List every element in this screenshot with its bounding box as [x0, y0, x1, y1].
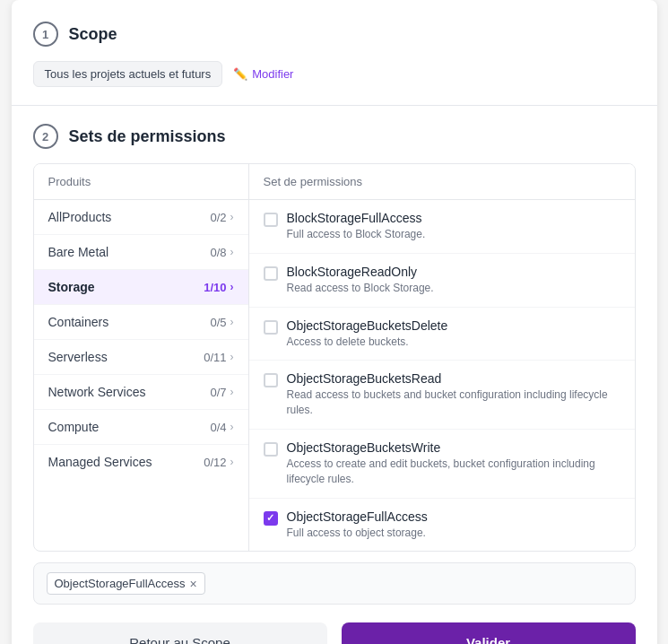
permission-text: ObjectStorageBucketsDelete Access to del…	[287, 318, 448, 350]
permission-checkbox[interactable]	[264, 373, 278, 387]
permissions-column: Set de permissions BlockStorageFullAcces…	[249, 164, 635, 551]
scope-title: Scope	[69, 25, 117, 44]
permissions-container: Produits AllProducts 0/2 › Bare Metal 0/…	[33, 163, 636, 552]
selected-tags-container: ObjectStorageFullAccess ×	[33, 562, 636, 605]
chevron-right-icon: ›	[230, 421, 234, 433]
tag-remove-button[interactable]: ×	[189, 578, 196, 590]
permission-name: BlockStorageReadOnly	[287, 265, 434, 279]
product-item[interactable]: Network Services 0/7 ›	[34, 375, 248, 410]
product-name: Network Services	[48, 385, 211, 399]
step-2-badge: 2	[33, 124, 58, 149]
permission-name: BlockStorageFullAccess	[287, 211, 426, 225]
permission-item: ObjectStorageFullAccess Full access to o…	[249, 499, 635, 552]
products-column-header: Produits	[34, 164, 248, 200]
permission-item: BlockStorageFullAccess Full access to Bl…	[249, 200, 635, 254]
product-name: Storage	[48, 280, 204, 294]
chevron-right-icon: ›	[230, 316, 234, 328]
chevron-right-icon: ›	[230, 281, 234, 293]
edit-icon: ✏️	[233, 67, 247, 81]
permissions-section-header: 2 Sets de permissions	[33, 124, 636, 149]
product-name: Compute	[48, 420, 211, 434]
section-divider	[12, 105, 657, 106]
modifier-label: Modifier	[252, 67, 293, 81]
permission-name: ObjectStorageBucketsWrite	[287, 440, 620, 455]
permission-checkbox[interactable]	[264, 511, 278, 526]
permission-checkbox[interactable]	[264, 442, 278, 457]
scope-row: Tous les projets actuels et futurs ✏️ Mo…	[33, 61, 636, 87]
product-name: Managed Services	[48, 455, 204, 469]
tag-label: ObjectStorageFullAccess	[55, 577, 186, 590]
product-count: 0/7	[210, 386, 226, 399]
product-count: 0/2	[210, 211, 226, 224]
permission-text: ObjectStorageBucketsWrite Access to crea…	[287, 440, 620, 487]
permission-checkbox[interactable]	[264, 266, 278, 281]
permission-text: BlockStorageReadOnly Read access to Bloc…	[287, 265, 434, 296]
modifier-button[interactable]: ✏️ Modifier	[233, 67, 293, 81]
permission-checkbox[interactable]	[264, 213, 278, 227]
permission-text: ObjectStorageBucketsRead Read access to …	[287, 371, 620, 418]
permission-name: ObjectStorageFullAccess	[287, 509, 428, 524]
permission-description: Access to delete buckets.	[287, 335, 448, 350]
permission-name: ObjectStorageBucketsRead	[287, 371, 620, 386]
footer-buttons: Retour au Scope Valider	[33, 622, 636, 644]
permission-text: BlockStorageFullAccess Full access to Bl…	[287, 211, 426, 242]
step-1-badge: 1	[33, 22, 58, 47]
chevron-right-icon: ›	[230, 351, 234, 363]
product-name: Bare Metal	[48, 245, 211, 259]
product-item[interactable]: Bare Metal 0/8 ›	[34, 235, 248, 270]
permission-item: ObjectStorageBucketsWrite Access to crea…	[249, 430, 635, 499]
permission-checkbox[interactable]	[264, 320, 278, 335]
product-count: 1/10	[204, 281, 226, 294]
back-button[interactable]: Retour au Scope	[33, 622, 327, 644]
chevron-right-icon: ›	[230, 246, 234, 258]
permission-item: ObjectStorageBucketsRead Read access to …	[249, 361, 635, 430]
product-count: 0/5	[210, 316, 226, 329]
product-item[interactable]: Serverless 0/11 ›	[34, 340, 248, 375]
permission-item: BlockStorageReadOnly Read access to Bloc…	[249, 254, 635, 308]
product-item[interactable]: Managed Services 0/12 ›	[34, 445, 248, 479]
product-item[interactable]: Containers 0/5 ›	[34, 305, 248, 340]
selected-tag: ObjectStorageFullAccess ×	[47, 572, 205, 595]
scope-section-header: 1 Scope	[33, 22, 636, 47]
product-item[interactable]: Storage 1/10 ›	[34, 270, 248, 305]
permission-name: ObjectStorageBucketsDelete	[287, 318, 448, 333]
product-count: 0/12	[204, 456, 226, 469]
product-name: Serverless	[48, 350, 204, 364]
permission-description: Read access to Block Storage.	[287, 281, 434, 296]
chevron-right-icon: ›	[230, 211, 234, 223]
products-column: Produits AllProducts 0/2 › Bare Metal 0/…	[34, 164, 249, 551]
permissions-column-header: Set de permissions	[249, 164, 635, 200]
product-count: 0/4	[210, 421, 226, 434]
permission-description: Full access to object storage.	[287, 526, 428, 541]
chevron-right-icon: ›	[230, 456, 234, 468]
product-name: AllProducts	[48, 210, 211, 224]
product-item[interactable]: AllProducts 0/2 ›	[34, 200, 248, 235]
product-count: 0/11	[204, 351, 226, 364]
permission-item: ObjectStorageBucketsDelete Access to del…	[249, 308, 635, 361]
product-name: Containers	[48, 315, 211, 329]
product-item[interactable]: Compute 0/4 ›	[34, 410, 248, 445]
chevron-right-icon: ›	[230, 386, 234, 398]
permission-description: Read access to buckets and bucket config…	[287, 387, 620, 418]
scope-badge: Tous les projets actuels et futurs	[33, 61, 223, 87]
permission-text: ObjectStorageFullAccess Full access to o…	[287, 509, 428, 541]
product-count: 0/8	[210, 246, 226, 259]
permission-description: Access to create and edit buckets, bucke…	[287, 457, 620, 487]
submit-button[interactable]: Valider	[342, 622, 636, 644]
permissions-title: Sets de permissions	[69, 127, 226, 146]
permission-description: Full access to Block Storage.	[287, 227, 426, 242]
